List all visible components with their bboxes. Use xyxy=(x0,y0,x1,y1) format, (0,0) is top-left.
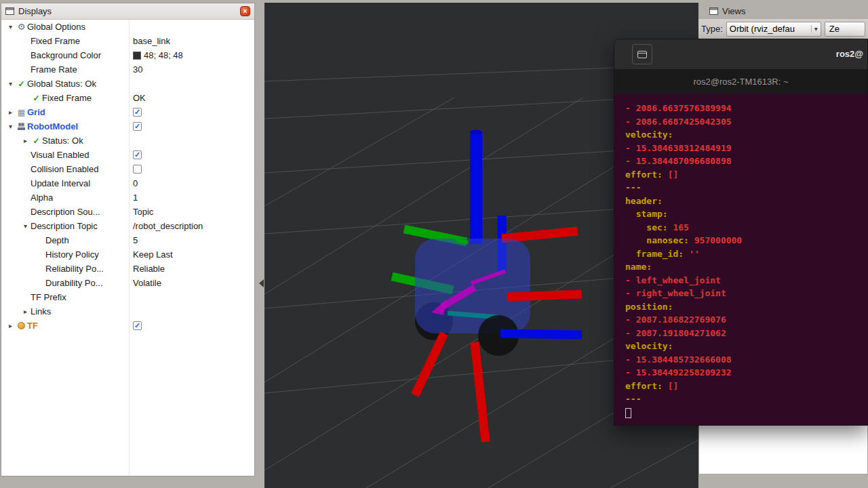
color-swatch[interactable] xyxy=(133,52,141,60)
property-label: Reliability Po... xyxy=(45,264,104,274)
tree-row[interactable]: Durability Po... Volatile xyxy=(1,276,254,290)
property-label: Durability Po... xyxy=(45,278,103,288)
terminal-header[interactable]: ros2@ xyxy=(614,39,867,69)
checkbox[interactable]: ✓ xyxy=(133,150,142,159)
checkbox[interactable] xyxy=(133,165,142,174)
property-label: Grid xyxy=(27,107,45,117)
expander-arrow[interactable]: ▾ xyxy=(20,222,31,230)
tree-row[interactable]: TF Prefix xyxy=(1,290,254,304)
tree-row[interactable]: Update Interval 0 xyxy=(1,176,254,190)
row-icon: ✓ xyxy=(31,136,42,146)
tree-row[interactable]: ▾ ⚙ Global Options xyxy=(1,20,254,34)
grid-icon: ▦ xyxy=(18,108,25,117)
tree-row[interactable]: Visual Enabled ✓ xyxy=(1,148,254,162)
expander-arrow[interactable]: ▾ xyxy=(5,23,16,30)
property-label: Depth xyxy=(45,235,69,245)
tree-row[interactable]: ▸ TF ✓ xyxy=(1,319,254,333)
row-icon: ⚙ xyxy=(16,22,27,32)
property-value-cell: Keep Last xyxy=(129,249,254,260)
property-value-cell: ✓ xyxy=(129,150,254,159)
window-background xyxy=(698,474,868,488)
tree-row[interactable]: Alpha 1 xyxy=(1,190,254,205)
tree-row[interactable]: History Policy Keep Last xyxy=(1,247,254,262)
tree-row[interactable]: Background Color 48; 48; 48 xyxy=(1,48,254,62)
new-tab-button[interactable] xyxy=(632,44,652,64)
tree-row[interactable]: Fixed Frame base_link xyxy=(1,34,254,48)
property-value-cell: ✓ xyxy=(129,122,254,131)
tree-row[interactable]: ✓ Fixed Frame OK xyxy=(1,91,254,105)
close-panel-button[interactable]: × xyxy=(240,6,250,16)
property-name-cell: Update Interval xyxy=(1,176,129,190)
terminal-window-title: ros2@ xyxy=(836,49,863,59)
terminal-line: --- xyxy=(625,181,867,195)
views-panel-header[interactable]: Views xyxy=(698,0,868,19)
tree-row[interactable]: ▾ ✓ Global Status: Ok xyxy=(1,77,254,91)
property-name-cell: Reliability Po... xyxy=(1,262,129,276)
tree-row[interactable]: Collision Enabled xyxy=(1,162,254,176)
terminal-tab-bar[interactable]: ros2@ros2-TM1613R: ~ xyxy=(614,69,867,94)
expander-arrow[interactable]: ▾ xyxy=(5,123,16,130)
property-label: Frame Rate xyxy=(31,64,77,75)
view-type-value: Orbit (rviz_defau xyxy=(730,24,811,34)
tf-icon xyxy=(18,322,25,329)
tree-row[interactable]: ▸ Links xyxy=(1,304,254,319)
expander-arrow[interactable]: ▸ xyxy=(20,308,31,315)
tree-row[interactable]: Reliability Po... Reliable xyxy=(1,262,254,276)
views-toolbar: Type: Orbit (rviz_defau ▾ Ze xyxy=(698,19,868,39)
terminal-line: - 15.384638312484919 xyxy=(625,142,867,155)
tree-row[interactable]: ▸ ▦ Grid ✓ xyxy=(1,105,254,119)
terminal-line: nanosec: 957000000 xyxy=(625,234,867,247)
property-name-cell: Description Sou... xyxy=(1,205,129,219)
property-value-cell xyxy=(129,165,254,174)
terminal-line: velocity: xyxy=(625,340,867,353)
expander-arrow[interactable]: ▸ xyxy=(5,322,16,329)
new-tab-icon xyxy=(637,51,647,58)
property-label: History Policy xyxy=(45,249,99,260)
property-value-cell: 30 xyxy=(129,64,254,75)
expander-arrow[interactable]: ▾ xyxy=(5,80,16,87)
property-value-cell: ✓ xyxy=(129,108,254,117)
terminal-line: stamp: xyxy=(625,207,867,221)
property-label: Links xyxy=(31,306,51,317)
axis-red xyxy=(475,342,486,442)
tree-row[interactable]: Description Sou... Topic xyxy=(1,205,254,219)
axis-green xyxy=(456,240,468,243)
property-name-cell: Durability Po... xyxy=(1,276,129,290)
row-icon: ✓ xyxy=(31,94,42,103)
terminal-line: - 2086.6687425042305 xyxy=(625,115,867,129)
property-name-cell: ▸ Links xyxy=(1,304,129,319)
zero-button[interactable]: Ze xyxy=(825,22,865,37)
property-value-cell: base_link xyxy=(129,36,254,46)
view-type-combobox[interactable]: Orbit (rviz_defau ▾ xyxy=(726,22,821,37)
tree-row[interactable]: Frame Rate 30 xyxy=(1,62,254,77)
expander-arrow[interactable]: ▸ xyxy=(20,137,31,144)
terminal-line: effort: [] xyxy=(625,380,867,393)
row-icon: ▦ xyxy=(16,108,27,117)
property-value-cell: 5 xyxy=(129,235,254,245)
status-ok-check-icon: ✓ xyxy=(33,136,39,146)
displays-panel-header[interactable]: Displays × xyxy=(1,3,254,20)
terminal-prompt-line xyxy=(625,406,867,420)
property-label: Description Sou... xyxy=(31,207,100,217)
property-label: Fixed Frame xyxy=(31,36,80,46)
property-label: TF xyxy=(27,321,38,331)
property-name-cell: ▾ ⚙ Global Options xyxy=(1,20,129,34)
panel-collapse-arrow[interactable] xyxy=(259,279,264,287)
checkbox[interactable]: ✓ xyxy=(133,108,142,117)
expander-arrow[interactable]: ▸ xyxy=(5,108,16,116)
views-panel-title: Views xyxy=(722,6,745,16)
tree-row[interactable]: Depth 5 xyxy=(1,233,254,247)
property-label: TF Prefix xyxy=(31,292,66,302)
terminal-output[interactable]: - 2086.6637576389994- 2086.6687425042305… xyxy=(614,94,867,425)
property-label: Fixed Frame xyxy=(42,93,92,103)
checkbox[interactable]: ✓ xyxy=(133,122,142,131)
terminal-line: name: xyxy=(625,260,867,274)
chevron-down-icon: ▾ xyxy=(811,25,818,33)
property-label: Description Topic xyxy=(31,221,98,231)
property-name-cell: Depth xyxy=(1,233,129,247)
tree-row[interactable]: ▾ RobotModel ✓ xyxy=(1,119,254,134)
tree-row[interactable]: ▾ Description Topic /robot_description xyxy=(1,219,254,233)
terminal-line: - left_wheel_joint xyxy=(625,274,867,287)
tree-row[interactable]: ▸ ✓ Status: Ok xyxy=(1,134,254,148)
checkbox[interactable]: ✓ xyxy=(133,321,142,330)
